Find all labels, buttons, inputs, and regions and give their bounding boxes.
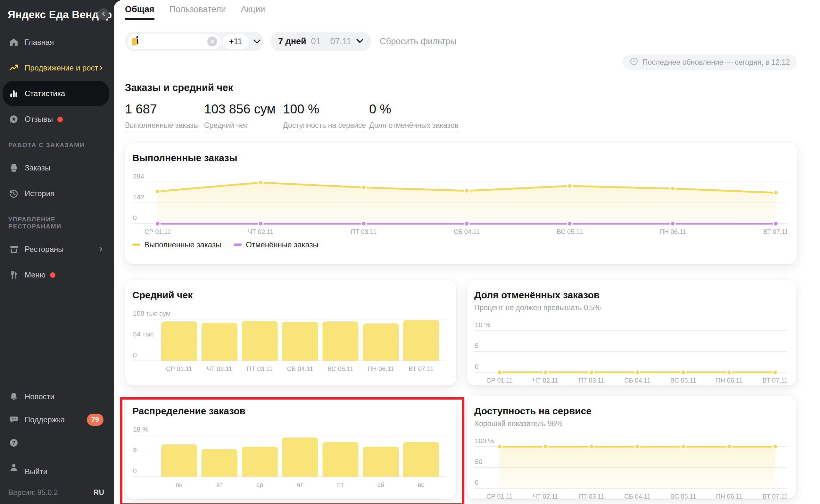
svg-text:0: 0 xyxy=(133,214,137,221)
svg-text:ВТ 07.11: ВТ 07.11 xyxy=(763,493,787,500)
sidebar-item-label: Продвижение и рост xyxy=(25,63,98,72)
svg-text:СР 01.11: СР 01.11 xyxy=(486,377,513,384)
tab-users[interactable]: Пользователи xyxy=(170,4,226,20)
sidebar-item-history[interactable]: История xyxy=(3,181,109,206)
restaurant-search-field[interactable] xyxy=(128,34,220,49)
completed-orders-chart: 2841420СР 01.11ЧТ 02.11ПТ 03.11СБ 04.11В… xyxy=(132,168,787,238)
storefront-icon xyxy=(8,244,19,255)
reset-filters-button[interactable]: Сбросить фильтры xyxy=(380,37,456,46)
language-switcher[interactable]: RU xyxy=(94,488,104,497)
stats-row: 1 687 Выполненные заказы 103 856 сум Сре… xyxy=(125,102,797,131)
svg-text:чт: чт xyxy=(297,481,303,488)
sidebar-item-restaurants[interactable]: Рестораны xyxy=(3,236,109,262)
svg-text:100 %: 100 % xyxy=(475,437,494,444)
svg-text:ПН 06.11: ПН 06.11 xyxy=(716,377,742,384)
chart-title: Распределение заказов xyxy=(132,406,447,417)
svg-text:ВТ 07.11: ВТ 07.11 xyxy=(409,365,434,372)
sidebar-item-label: Новости xyxy=(25,392,54,401)
svg-text:пт: пт xyxy=(337,481,344,488)
svg-text:108 тыс сум: 108 тыс сум xyxy=(133,310,170,317)
legend-item-cancelled: Отменённые заказы xyxy=(234,240,319,249)
sidebar-item-label: Рестораны xyxy=(25,245,64,254)
logout-link[interactable]: Выйти xyxy=(25,467,47,476)
stat-value: 100 % xyxy=(283,102,369,116)
notification-dot xyxy=(57,117,63,122)
sidebar-item-home[interactable]: Главная xyxy=(3,29,109,55)
svg-text:10 %: 10 % xyxy=(475,321,490,328)
eda-logo-icon xyxy=(131,36,139,47)
chevron-down-icon[interactable] xyxy=(253,39,261,44)
sidebar-item-news[interactable]: Новости xyxy=(3,385,109,408)
svg-text:0: 0 xyxy=(133,467,137,475)
chart-title: Средний чек xyxy=(132,290,447,301)
stat-label[interactable]: Выполненные заказы xyxy=(125,121,199,131)
availability-chart: 100 %500СР 01.11ЧТ 02.11ПТ 03.11СБ 04.11… xyxy=(474,432,787,502)
sidebar-item-promotion[interactable]: Продвижение и рост xyxy=(3,55,109,81)
svg-text:ЧТ 02.11: ЧТ 02.11 xyxy=(533,377,558,384)
stat-label[interactable]: Доступность на сервисе xyxy=(283,121,366,131)
stat-completed-orders: 1 687 Выполненные заказы xyxy=(125,102,204,131)
svg-text:ЧТ 02.11: ЧТ 02.11 xyxy=(248,228,274,235)
chart-title: Доля отменённых заказов xyxy=(474,290,787,301)
svg-text:СБ 04.11: СБ 04.11 xyxy=(624,377,650,384)
svg-text:?: ? xyxy=(12,440,15,446)
sidebar: Яндекс Еда Вендор Главная Продвижение и … xyxy=(0,0,114,504)
svg-text:54 тыс: 54 тыс xyxy=(133,330,153,338)
sidebar-item-menu[interactable]: Меню xyxy=(3,262,109,288)
app-window: Яндекс Еда Вендор Главная Продвижение и … xyxy=(0,0,820,504)
sidebar-item-statistics[interactable]: Статистика xyxy=(3,81,109,106)
clear-search-button[interactable] xyxy=(207,37,217,46)
notification-dot xyxy=(50,272,55,278)
stat-value: 103 856 сум xyxy=(204,102,283,116)
sidebar-item-label: Отзывы xyxy=(25,115,53,124)
history-icon xyxy=(8,188,19,199)
average-check-chart: 108 тыс сум54 тыс0СР 01.11ЧТ 02.11ПТ 03.… xyxy=(132,305,447,375)
sidebar-item-orders[interactable]: Заказы xyxy=(3,155,109,181)
sidebar-item-help[interactable]: ? xyxy=(3,431,109,454)
average-check-card: Средний чек 108 тыс сум54 тыс0СР 01.11ЧТ… xyxy=(125,280,456,385)
tab-general[interactable]: Общая xyxy=(125,4,154,20)
completed-orders-card: Выполненные заказы 2841420СР 01.11ЧТ 02.… xyxy=(125,143,797,264)
restaurant-search-input[interactable] xyxy=(142,37,207,46)
chevron-right-icon xyxy=(98,65,104,70)
svg-text:ВС 05.11: ВС 05.11 xyxy=(670,377,696,384)
cards-row-1: Средний чек 108 тыс сум54 тыс0СР 01.11ЧТ… xyxy=(125,280,797,385)
svg-text:ЧТ 02.11: ЧТ 02.11 xyxy=(533,493,558,500)
sidebar-item-support[interactable]: Поддержка 79 xyxy=(3,408,109,431)
home-icon xyxy=(8,37,19,48)
order-distribution-chart: 18 %90пнвтсрчтптсбвс xyxy=(132,421,447,491)
svg-text:0: 0 xyxy=(133,351,137,359)
stat-label[interactable]: Доля отменённых заказов xyxy=(369,121,459,131)
stat-availability: 100 % Доступность на сервисе xyxy=(283,102,369,131)
svg-text:ПТ 03.11: ПТ 03.11 xyxy=(578,493,604,500)
stat-value: 1 687 xyxy=(125,102,204,116)
svg-text:СР 01.11: СР 01.11 xyxy=(486,493,513,500)
support-count-badge: 79 xyxy=(87,414,104,426)
sidebar-section-orders: РАБОТА С ЗАКАЗАМИ xyxy=(8,142,106,149)
highlighted-card-wrapper: Распределение заказов 18 %90пнвтсрчтптсб… xyxy=(125,396,456,499)
svg-text:ср: ср xyxy=(256,481,263,488)
chevron-down-icon xyxy=(356,38,364,45)
svg-text:СБ 04.11: СБ 04.11 xyxy=(624,493,650,500)
availability-card: Доступность на сервисе Хороший показател… xyxy=(467,396,796,499)
sidebar-item-profile[interactable]: Выйти xyxy=(3,454,109,480)
legend-label: Выполненные заказы xyxy=(144,240,221,249)
period-filter[interactable]: 7 дней 01 – 07.11 xyxy=(270,32,371,51)
svg-text:вс: вс xyxy=(418,481,424,488)
sidebar-collapse-button[interactable] xyxy=(97,8,109,20)
svg-text:ЧТ 02.11: ЧТ 02.11 xyxy=(207,365,232,372)
selected-restaurants-count[interactable]: +11 xyxy=(223,34,249,49)
chat-dots-icon xyxy=(8,414,19,425)
sidebar-header: Яндекс Еда Вендор xyxy=(0,0,114,29)
legend-item-completed: Выполненные заказы xyxy=(132,240,221,249)
question-circle-icon: ? xyxy=(8,437,19,448)
svg-text:9: 9 xyxy=(133,446,137,454)
sidebar-item-label: Меню xyxy=(25,270,46,279)
svg-text:142: 142 xyxy=(133,193,144,201)
stat-average-check: 103 856 сум Средний чек xyxy=(204,102,283,131)
tab-promos[interactable]: Акции xyxy=(241,4,265,20)
restaurant-filter-pill[interactable]: +11 xyxy=(125,32,263,51)
stat-label[interactable]: Средний чек xyxy=(204,121,247,131)
sidebar-item-reviews[interactable]: Отзывы xyxy=(3,106,109,132)
sidebar-footer: Версия: 95.0.2 RU xyxy=(0,480,114,504)
